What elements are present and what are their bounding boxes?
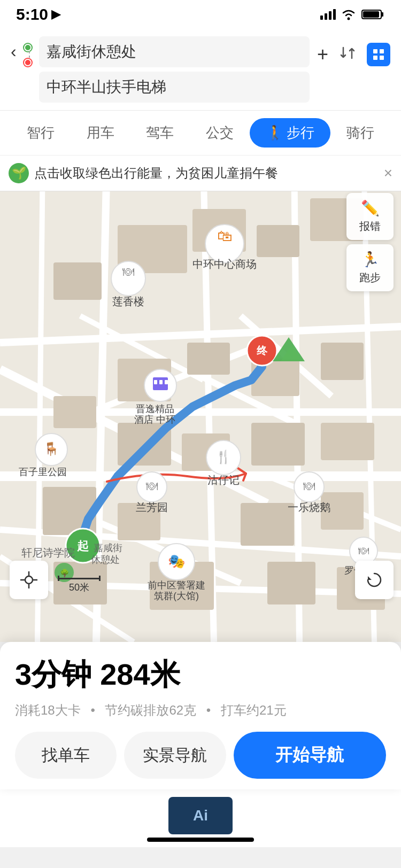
route-summary: 3分钟 284米 — [15, 655, 386, 695]
svg-text:🍽: 🍽 — [358, 545, 369, 556]
run-icon: 🏃 — [361, 251, 380, 268]
svg-rect-64 — [154, 380, 157, 384]
svg-rect-36 — [321, 343, 364, 380]
bottom-safe-area: Ai — [0, 789, 401, 847]
route-details: 消耗18大卡 • 节约碳排放62克 • 打车约21元 — [15, 702, 386, 719]
svg-text:🍴: 🍴 — [215, 449, 232, 464]
svg-rect-65 — [159, 380, 163, 384]
bottom-thumbnail[interactable]: Ai — [168, 797, 233, 834]
dest-text: 中环半山扶手电梯 — [47, 77, 166, 97]
separator2: • — [206, 703, 214, 717]
svg-rect-3 — [363, 11, 379, 18]
tab-bus[interactable]: 公交 — [190, 118, 250, 148]
carbon-text: 节约碳排放62克 — [105, 703, 196, 717]
svg-marker-98 — [368, 576, 372, 580]
svg-rect-41 — [321, 423, 374, 460]
signal-icon — [320, 9, 336, 20]
route-time: 3分钟 — [15, 655, 91, 695]
svg-text:百子里公园: 百子里公园 — [19, 467, 67, 477]
calories-text: 消耗18大卡 — [15, 703, 81, 717]
svg-text:🍽: 🍽 — [146, 479, 158, 493]
map-right-actions: ✏️ 报错 🏃 跑步 — [346, 193, 394, 291]
svg-point-93 — [25, 576, 33, 584]
route-actions: + — [317, 36, 390, 66]
svg-text:嘉咸街: 嘉咸街 — [94, 542, 122, 553]
svg-rect-44 — [241, 503, 294, 546]
svg-rect-2 — [381, 12, 383, 17]
report-label: 报错 — [359, 219, 381, 234]
dest-dot — [24, 59, 32, 66]
svg-rect-29 — [53, 262, 102, 300]
svg-rect-40 — [251, 423, 305, 466]
status-bar: 5:10 ▶ — [0, 0, 401, 29]
svg-text:🌳: 🌳 — [60, 569, 70, 578]
back-button[interactable]: ‹ — [11, 36, 17, 61]
svg-rect-5 — [380, 49, 384, 53]
svg-text:起: 起 — [76, 539, 89, 553]
route-mode-button[interactable] — [367, 43, 390, 66]
report-error-button[interactable]: ✏️ 报错 — [346, 193, 394, 240]
scale-label: 50米 — [58, 581, 101, 594]
thumbnail-label: Ai — [193, 807, 208, 824]
run-label: 跑步 — [359, 270, 381, 285]
map-container: 起 终 🍽 莲香楼 🛍 中环中心商场 晋逸精品 酒店 中环 🪑 百子里公园 � — [0, 156, 401, 642]
svg-text:🍽: 🍽 — [303, 479, 315, 493]
svg-rect-6 — [373, 56, 377, 60]
tab-walk[interactable]: 🚶 步行 — [250, 118, 331, 148]
ar-nav-button[interactable]: 实景导航 — [124, 732, 226, 779]
locate-icon — [19, 570, 38, 590]
walk-icon: 🚶 — [266, 125, 283, 141]
svg-text:中环中心商场: 中环中心商场 — [192, 258, 257, 270]
add-stop-button[interactable]: + — [317, 43, 328, 66]
svg-text:轩尼诗学院: 轩尼诗学院 — [21, 547, 75, 559]
tab-bike[interactable]: 骑行 — [330, 118, 390, 148]
svg-rect-37 — [53, 396, 96, 428]
green-leaf-icon: 🌱 — [9, 163, 29, 183]
svg-rect-48 — [267, 562, 315, 604]
refresh-button[interactable] — [355, 561, 394, 599]
location-icon: ▶ — [51, 7, 60, 21]
locate-button[interactable] — [10, 561, 48, 599]
svg-text:一乐烧鹅: 一乐烧鹅 — [288, 501, 330, 513]
map-svg: 起 终 🍽 莲香楼 🛍 中环中心商场 晋逸精品 酒店 中环 🪑 百子里公园 � — [0, 156, 401, 642]
tab-drive[interactable]: 驾车 — [130, 118, 190, 148]
svg-rect-7 — [380, 56, 384, 60]
swap-button[interactable] — [338, 43, 357, 66]
start-nav-button[interactable]: 开始导航 — [234, 732, 386, 779]
bottom-panel: 3分钟 284米 消耗18大卡 • 节约碳排放62克 • 打车约21元 找单车 … — [0, 642, 401, 789]
svg-text:🍽: 🍽 — [122, 265, 134, 278]
svg-rect-31 — [257, 225, 299, 257]
scale-bar: 50米 — [58, 578, 101, 594]
tab-smart[interactable]: 智行 — [11, 118, 71, 148]
bottom-actions: 找单车 实景导航 开始导航 — [15, 732, 386, 779]
run-button[interactable]: 🏃 跑步 — [346, 244, 394, 291]
wifi-icon — [341, 9, 356, 20]
svg-point-0 — [348, 18, 350, 20]
svg-text:前中区警署建: 前中区警署建 — [148, 580, 205, 591]
report-icon: ✏️ — [361, 199, 380, 217]
svg-text:沽仔记: 沽仔记 — [207, 474, 240, 486]
svg-text:🎭: 🎭 — [168, 553, 186, 570]
status-time: 5:10 ▶ — [16, 5, 60, 24]
svg-text:终: 终 — [256, 345, 268, 356]
dest-input[interactable]: 中环半山扶手电梯 — [39, 72, 310, 103]
search-area: ‹ 嘉咸街休憩处 中环半山扶手电梯 + — [0, 29, 401, 111]
status-icons — [320, 9, 385, 20]
tab-car-hail[interactable]: 用车 — [71, 118, 130, 148]
svg-text:🪑: 🪑 — [43, 441, 59, 456]
find-bike-button[interactable]: 找单车 — [15, 732, 117, 779]
banner-close-button[interactable]: × — [384, 165, 392, 182]
banner-text: 点击收取绿色出行能量，为贫困儿童捐午餐 — [34, 165, 379, 182]
home-indicator — [147, 838, 254, 842]
svg-text:酒店 中环: 酒店 中环 — [134, 414, 175, 425]
svg-text:晋逸精品: 晋逸精品 — [136, 404, 174, 414]
origin-input[interactable]: 嘉咸街休憩处 — [39, 36, 310, 67]
separator1: • — [90, 703, 98, 717]
battery-icon — [361, 9, 385, 20]
svg-rect-66 — [165, 380, 168, 384]
green-banner: 🌱 点击收取绿色出行能量，为贫困儿童捐午餐 × — [0, 156, 401, 191]
route-distance: 284米 — [100, 655, 180, 695]
route-inputs: 嘉咸街休憩处 中环半山扶手电梯 — [39, 36, 310, 103]
svg-text:休憩处: 休憩处 — [91, 554, 120, 565]
route-dashed-line — [29, 51, 30, 59]
